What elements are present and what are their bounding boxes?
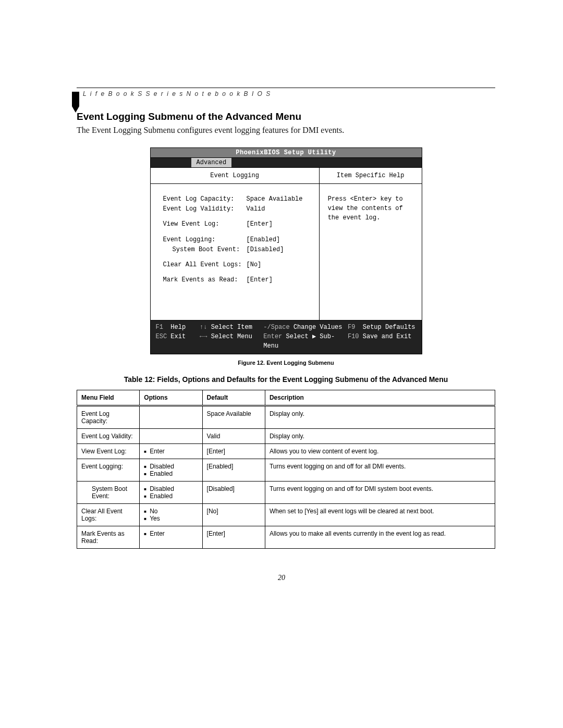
section-title: Event Logging Submenu of the Advanced Me…	[77, 111, 495, 122]
table-row: View Event Log:Enter[Enter]Allows you to…	[77, 444, 495, 459]
cell-default: [Enter]	[202, 444, 265, 459]
field-label: Event Log Capacity:	[163, 194, 247, 204]
field-label: Clear All Event Logs:	[163, 260, 247, 270]
cell-field: Clear All Event Logs:	[77, 504, 140, 526]
field-value: [Enter]	[247, 219, 273, 229]
cell-description: Turns event logging on and off for DMI s…	[265, 482, 495, 504]
cell-field: Event Log Validity:	[77, 429, 140, 444]
cell-options: Enter	[140, 444, 202, 459]
field-label: Event Log Validity:	[163, 204, 247, 214]
fields-table: Menu Field Options Default Description E…	[77, 390, 495, 549]
cell-description: Display only.	[265, 429, 495, 444]
table-row: Mark Events as Read:Enter[Enter]Allows y…	[77, 526, 495, 549]
bios-tab-advanced: Advanced	[191, 158, 232, 167]
cell-default: [Enter]	[202, 526, 265, 549]
figure-caption: Figure 12. Event Logging Submenu	[77, 360, 495, 366]
table-title: Table 12: Fields, Options and Defaults f…	[77, 375, 495, 384]
cell-field: View Event Log:	[77, 444, 140, 459]
cell-options: DisabledEnabled	[140, 459, 202, 482]
table-row: Clear All Event Logs:NoYes[No]When set t…	[77, 504, 495, 526]
field-value: [No]	[247, 260, 262, 270]
bios-tabs: Advanced	[151, 158, 422, 168]
cell-options: NoYes	[140, 504, 202, 526]
cell-default: [Enabled]	[202, 459, 265, 482]
cell-field: Event Log Capacity:	[77, 406, 140, 429]
field-value: Space Available	[247, 194, 303, 204]
running-head: L i f e B o o k S S e r i e s N o t e b …	[83, 90, 495, 97]
table-row: Event Log Validity:ValidDisplay only.	[77, 429, 495, 444]
cell-description: When set to [Yes] all event logs will be…	[265, 504, 495, 526]
field-label: System Boot Event:	[163, 245, 247, 255]
bios-footer: F1 Help ↑↓ Select Item -/Space Change Va…	[151, 320, 422, 354]
cell-default: [No]	[202, 504, 265, 526]
table-row: Event Logging:DisabledEnabled[Enabled]Tu…	[77, 459, 495, 482]
cell-description: Allows you to view content of event log.	[265, 444, 495, 459]
cell-description: Turns event logging on and off for all D…	[265, 459, 495, 482]
field-label: Event Logging:	[163, 235, 247, 245]
cell-options: DisabledEnabled	[140, 482, 202, 504]
cell-field: System Boot Event:	[77, 482, 140, 504]
field-value: Valid	[247, 204, 265, 214]
cell-description: Allows you to make all events currently …	[265, 526, 495, 549]
cell-default: Space Available	[202, 406, 265, 429]
field-value: [Enter]	[247, 275, 273, 285]
section-intro: The Event Logging Submenu configures eve…	[77, 126, 495, 135]
field-label: View Event Log:	[163, 219, 247, 229]
th-menu-field: Menu Field	[77, 390, 140, 406]
table-row: System Boot Event:DisabledEnabled[Disabl…	[77, 482, 495, 504]
cell-field: Event Logging:	[77, 459, 140, 482]
page-number: 20	[0, 574, 563, 582]
bios-left-heading: Event Logging	[151, 168, 319, 184]
cell-options: Enter	[140, 526, 202, 549]
cell-default: Valid	[202, 429, 265, 444]
th-description: Description	[265, 390, 495, 406]
cell-options	[140, 406, 202, 429]
cell-description: Display only.	[265, 406, 495, 429]
bios-right-heading: Item Specific Help	[320, 168, 422, 184]
field-value: [Disabled]	[247, 245, 284, 255]
header-rule	[77, 88, 495, 88]
field-value: [Enabled]	[247, 235, 280, 245]
th-default: Default	[202, 390, 265, 406]
cell-default: [Disabled]	[202, 482, 265, 504]
th-options: Options	[140, 390, 202, 406]
bios-title: PhoenixBIOS Setup Utility	[151, 148, 422, 158]
field-label: Mark Events as Read:	[163, 275, 247, 285]
cell-field: Mark Events as Read:	[77, 526, 140, 549]
table-row: Event Log Capacity:Space AvailableDispla…	[77, 406, 495, 429]
bios-help-text: Press <Enter> key to view the contents o…	[320, 184, 422, 320]
bios-fields: Event Log Capacity:Space Available Event…	[151, 184, 319, 320]
cell-options	[140, 429, 202, 444]
bios-screenshot: PhoenixBIOS Setup Utility Advanced Event…	[150, 147, 422, 354]
